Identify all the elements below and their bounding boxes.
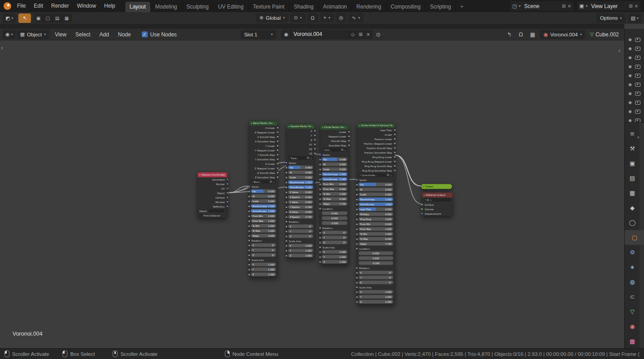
- input-socket[interactable]: [319, 178, 321, 181]
- input-socket[interactable]: [319, 208, 321, 210]
- value-slider-z[interactable]: Z1.000: [322, 260, 347, 264]
- input-socket[interactable]: [248, 254, 250, 257]
- properties-tab-particles-icon[interactable]: ∗: [625, 260, 640, 275]
- value-slider-y[interactable]: Y0°: [288, 230, 313, 233]
- snap-target-dropdown[interactable]: ⌖ ▾: [320, 13, 334, 22]
- value-slider-scale[interactable]: Scale5.000: [359, 193, 393, 196]
- node-header-circle-factor-voronoi[interactable]: ▾Circle Factor Vor...: [320, 125, 349, 130]
- properties-tab-scene-icon[interactable]: ◆: [625, 200, 640, 215]
- input-socket[interactable]: [356, 194, 358, 196]
- input-socket[interactable]: [248, 244, 250, 247]
- properties-tab-editor-type-icon[interactable]: ≡▾: [625, 126, 640, 141]
- output-socket[interactable]: [227, 196, 229, 199]
- value-slider-x[interactable]: X1.000: [322, 250, 347, 254]
- output-socket[interactable]: [394, 142, 396, 145]
- hide-in-viewport-icon[interactable]: ◉: [628, 82, 632, 87]
- remove-view-layer-icon[interactable]: ×: [635, 4, 638, 9]
- disable-in-renders-icon[interactable]: [635, 65, 640, 69]
- vector-field[interactable]: -0.500: [359, 261, 393, 265]
- value-slider-multiply[interactable]: Multiply4.000: [359, 213, 393, 216]
- value-slider-z[interactable]: Z1.000: [359, 300, 393, 304]
- output-socket[interactable]: [394, 133, 396, 136]
- hide-in-viewport-icon[interactable]: ◉: [628, 91, 632, 96]
- input-socket[interactable]: [285, 230, 288, 233]
- value-slider-x[interactable]: X1.000: [288, 244, 313, 248]
- node-output-reflection[interactable]: Reflection: [198, 204, 228, 209]
- properties-tab-view-layer-icon[interactable]: ▦: [625, 186, 640, 200]
- workspace-tab-compositing[interactable]: Compositing: [386, 2, 425, 12]
- properties-tab-constraints-icon[interactable]: ⊂: [625, 289, 640, 304]
- input-socket[interactable]: [421, 213, 423, 215]
- value-slider-y-epsilon[interactable]: Y Epsilon0.290: [288, 205, 313, 209]
- value-slider-z-epsilon[interactable]: Z Epsilon0.740: [288, 215, 313, 219]
- value-slider-less-than[interactable]: Less Than0.500: [359, 208, 393, 211]
- input-socket[interactable]: [356, 179, 358, 181]
- vector-field[interactable]: -0.500: [322, 222, 347, 225]
- node-circle-factor-voronoi[interactable]: ▾Circle Factor Vor...LinearStepped Linea…: [320, 124, 349, 265]
- vector-field[interactable]: 0.000: [322, 217, 347, 220]
- output-socket[interactable]: [277, 163, 279, 165]
- node-material-output[interactable]: ▾Material Output▾All◇SurfaceVolumeDispla…: [422, 192, 453, 216]
- node-tree-selector[interactable]: ◉ Voronoi.004 ▾: [540, 30, 586, 39]
- output-socket[interactable]: [277, 136, 279, 138]
- collapse-icon[interactable]: ▾: [423, 186, 424, 188]
- input-socket[interactable]: [285, 216, 288, 218]
- value-slider-smoothness[interactable]: Smoothness1.000: [251, 209, 276, 213]
- datablock-selector[interactable]: ▾Circl...3◇: [322, 148, 347, 152]
- output-socket[interactable]: [394, 138, 396, 140]
- sidebar-expand-chevron-icon[interactable]: ‹: [618, 47, 621, 54]
- browse-icon[interactable]: ▾: [289, 157, 290, 159]
- input-socket[interactable]: [248, 249, 250, 252]
- new-material-icon[interactable]: ⊞: [357, 32, 364, 37]
- input-socket[interactable]: [319, 246, 321, 248]
- output-socket[interactable]: [394, 160, 396, 163]
- input-socket[interactable]: [248, 230, 250, 232]
- value-slider-to-max[interactable]: To Max1.000: [251, 229, 276, 233]
- disable-in-renders-icon[interactable]: [635, 56, 640, 60]
- collapse-icon[interactable]: ▾: [359, 124, 360, 127]
- hide-in-viewport-icon[interactable]: ◉: [628, 73, 632, 78]
- input-socket[interactable]: [319, 173, 321, 176]
- input-socket[interactable]: [356, 301, 358, 303]
- select-mode-button-1[interactable]: ▣: [34, 13, 43, 22]
- output-socket[interactable]: [314, 134, 316, 137]
- value-slider-scale[interactable]: Scale5.000: [288, 176, 313, 179]
- input-socket[interactable]: [285, 250, 288, 252]
- unlink-scene-icon[interactable]: ×: [567, 4, 571, 9]
- input-socket[interactable]: [285, 235, 288, 238]
- value-slider-w[interactable]: W0.000: [359, 188, 393, 191]
- input-socket[interactable]: [319, 193, 321, 195]
- input-socket[interactable]: [285, 177, 288, 179]
- vector-field[interactable]: 0.000: [322, 212, 347, 215]
- value-slider-x-epsilon[interactable]: X Epsilon0.400: [288, 195, 313, 199]
- collapse-icon[interactable]: ▾: [322, 126, 323, 129]
- input-socket[interactable]: [356, 184, 358, 186]
- node-output-fraction-smoother-step[interactable]: Fraction Smoother Step: [357, 151, 395, 155]
- workspace-tab-animation[interactable]: Animation: [318, 2, 351, 12]
- node-input-surface[interactable]: Surface: [422, 203, 453, 207]
- input-socket[interactable]: [319, 164, 321, 166]
- node-output-ping-pong-linear[interactable]: Ping Pong Linear: [357, 155, 395, 160]
- output-socket[interactable]: [277, 131, 279, 133]
- value-slider-randomness[interactable]: Randomness1.000: [322, 173, 347, 176]
- input-socket[interactable]: [319, 227, 321, 229]
- properties-tab-object-data-icon[interactable]: ▽: [625, 304, 640, 319]
- output-socket[interactable]: [394, 129, 396, 131]
- workspace-tab-texture-paint[interactable]: Texture Paint: [248, 2, 289, 12]
- output-socket[interactable]: [394, 151, 396, 154]
- node-link[interactable]: [394, 155, 422, 204]
- node-square-factor-voronoi[interactable]: ▾Square Factor Vo...XYZXYXZYZ▾Squa...3◇V…: [286, 124, 315, 258]
- input-socket[interactable]: [356, 208, 358, 211]
- input-socket[interactable]: [285, 191, 288, 194]
- node-texture-coordinate[interactable]: ▾Texture CoordinateGeneratedNormalUVObje…: [197, 172, 228, 218]
- input-socket[interactable]: [319, 242, 321, 244]
- input-socket[interactable]: [285, 245, 288, 247]
- browse-icon[interactable]: ▾: [360, 174, 361, 176]
- value-slider-from-min[interactable]: From Min0.000: [322, 182, 347, 186]
- view-layer-selector[interactable]: ▣ ▾ View Layer ⊞ ×: [577, 1, 640, 11]
- input-socket[interactable]: [248, 220, 250, 222]
- value-slider-to-min[interactable]: To Min1.000: [359, 232, 393, 236]
- input-socket[interactable]: [356, 233, 358, 235]
- node-header-band-factor-voronoi[interactable]: ▾Band Factor Vor...: [250, 121, 278, 126]
- menu-window[interactable]: Window: [73, 0, 100, 12]
